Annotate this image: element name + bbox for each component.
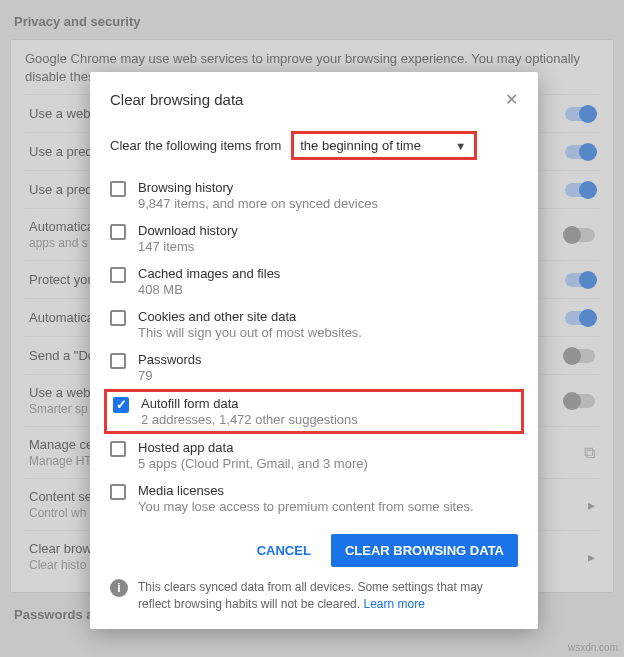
option-subtitle: This will sign you out of most websites. [138,325,362,340]
option-subtitle: 2 addresses, 1,472 other suggestions [141,412,358,427]
checkbox[interactable] [110,484,126,500]
option-subtitle: 5 apps (Cloud Print, Gmail, and 3 more) [138,456,368,471]
option-title: Browsing history [138,180,378,195]
clear-option-row: Passwords79 [110,346,518,389]
checkbox[interactable] [110,267,126,283]
watermark: wsxdn.com [568,642,618,653]
option-title: Passwords [138,352,202,367]
clear-option-row: Browsing history9,847 items, and more on… [110,174,518,217]
close-icon[interactable]: ✕ [505,90,518,109]
dialog-title: Clear browsing data [110,91,243,108]
checkbox[interactable] [110,353,126,369]
learn-more-link[interactable]: Learn more [363,597,424,611]
checkbox[interactable] [110,310,126,326]
option-title: Download history [138,223,238,238]
chevron-down-icon: ▼ [449,140,474,152]
info-text: This clears synced data from all devices… [138,579,518,613]
checkbox[interactable] [110,224,126,240]
checkbox[interactable] [113,397,129,413]
option-subtitle: 9,847 items, and more on synced devices [138,196,378,211]
time-range-value: the beginning of time [294,138,421,153]
clear-option-row: Cookies and other site dataThis will sig… [110,303,518,346]
info-text-body: This clears synced data from all devices… [138,580,483,611]
clear-data-button[interactable]: CLEAR BROWSING DATA [331,534,518,567]
option-subtitle: 79 [138,368,202,383]
option-subtitle: 408 MB [138,282,280,297]
option-title: Autofill form data [141,396,358,411]
time-range-select[interactable]: the beginning of time ▼ [291,131,477,160]
option-subtitle: 147 items [138,239,238,254]
clear-browsing-data-dialog: Clear browsing data ✕ Clear the followin… [90,72,538,629]
cancel-button[interactable]: CANCEL [245,534,323,567]
option-subtitle: You may lose access to premium content f… [138,499,474,514]
clear-option-row: Cached images and files408 MB [110,260,518,303]
clear-option-row: Media licensesYou may lose access to pre… [110,477,518,520]
option-title: Media licenses [138,483,474,498]
checkbox[interactable] [110,441,126,457]
clear-option-row: Download history147 items [110,217,518,260]
checkbox[interactable] [110,181,126,197]
clear-option-row: Autofill form data2 addresses, 1,472 oth… [104,389,524,434]
time-range-label: Clear the following items from [110,138,281,153]
option-title: Cached images and files [138,266,280,281]
info-icon: i [110,579,128,597]
option-title: Cookies and other site data [138,309,362,324]
option-title: Hosted app data [138,440,368,455]
clear-option-row: Hosted app data5 apps (Cloud Print, Gmai… [110,434,518,477]
